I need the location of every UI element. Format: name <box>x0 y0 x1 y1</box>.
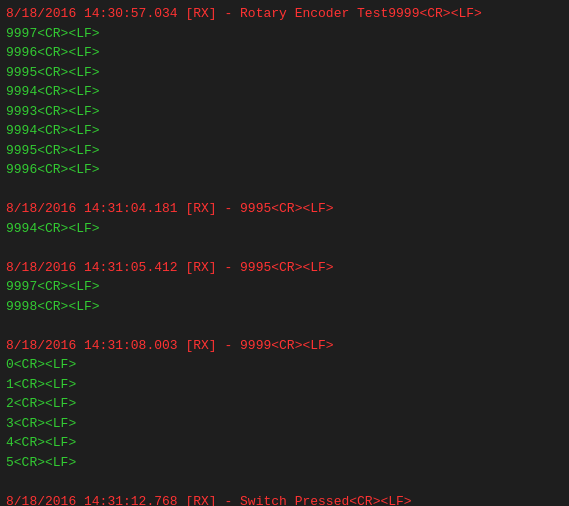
terminal-line: 9996<CR><LF> <box>6 160 563 180</box>
terminal-line: 2<CR><LF> <box>6 394 563 414</box>
terminal-line: 8/18/2016 14:31:12.768 [RX] - Switch Pre… <box>6 492 563 507</box>
terminal-line: 9994<CR><LF> <box>6 219 563 239</box>
terminal-line: 9996<CR><LF> <box>6 43 563 63</box>
terminal-line: 8/18/2016 14:30:57.034 [RX] - Rotary Enc… <box>6 4 563 24</box>
terminal-line: 1<CR><LF> <box>6 375 563 395</box>
terminal-line: 9995<CR><LF> <box>6 141 563 161</box>
terminal-line: 9997<CR><LF> <box>6 24 563 44</box>
terminal-line: 9993<CR><LF> <box>6 102 563 122</box>
terminal-line: 4<CR><LF> <box>6 433 563 453</box>
terminal-line: 0<CR><LF> <box>6 355 563 375</box>
terminal-line: 9994<CR><LF> <box>6 121 563 141</box>
terminal-line: 9994<CR><LF> <box>6 82 563 102</box>
terminal-line: 9997<CR><LF> <box>6 277 563 297</box>
terminal-line: 8/18/2016 14:31:05.412 [RX] - 9995<CR><L… <box>6 258 563 278</box>
terminal-line: 9998<CR><LF> <box>6 297 563 317</box>
terminal-line: 8/18/2016 14:31:08.003 [RX] - 9999<CR><L… <box>6 336 563 356</box>
terminal-line: 9995<CR><LF> <box>6 63 563 83</box>
terminal-line: 8/18/2016 14:31:04.181 [RX] - 9995<CR><L… <box>6 199 563 219</box>
terminal-line: 3<CR><LF> <box>6 414 563 434</box>
terminal-line-empty <box>6 238 563 258</box>
terminal-line-empty <box>6 472 563 492</box>
terminal-output: 8/18/2016 14:30:57.034 [RX] - Rotary Enc… <box>0 0 569 506</box>
terminal-line-empty <box>6 180 563 200</box>
terminal-line: 5<CR><LF> <box>6 453 563 473</box>
terminal-line-empty <box>6 316 563 336</box>
